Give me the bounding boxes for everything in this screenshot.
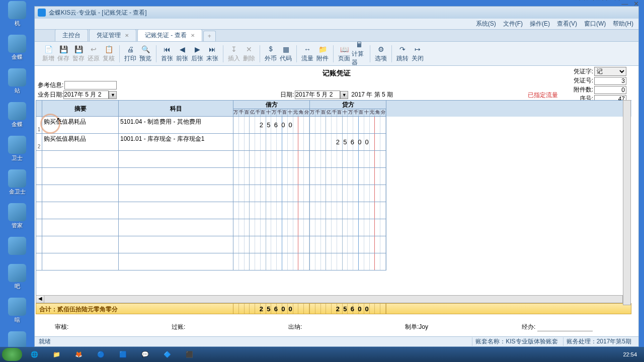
table-row[interactable] (36, 219, 631, 236)
tab[interactable]: 记账凭证 - 查看✕ (137, 29, 202, 41)
taskbar-icon[interactable]: 🟦 (113, 348, 133, 360)
cell-subject[interactable] (119, 168, 233, 185)
cell-debit[interactable] (233, 236, 310, 253)
table-row[interactable] (36, 253, 631, 270)
date-dropdown[interactable]: ▼ (340, 91, 348, 99)
cell-debit[interactable]: 25600 (233, 117, 310, 134)
cell-debit[interactable] (233, 151, 310, 168)
desktop-icon[interactable]: 机 (4, 1, 30, 27)
cell-subject[interactable]: 5101.04 - 制造费用 - 其他费用 (119, 117, 233, 134)
cell-credit[interactable] (310, 253, 386, 270)
menu-item[interactable]: 查看(V) (557, 20, 577, 28)
desktop-icon[interactable]: 金蝶 (4, 35, 30, 60)
toolbar-预览[interactable]: 🔍预览 (138, 45, 153, 63)
handler-input[interactable] (537, 322, 593, 331)
cell-credit[interactable] (310, 219, 386, 236)
menu-item[interactable]: 帮助(H) (613, 20, 633, 28)
table-row[interactable] (36, 202, 631, 219)
ref-input[interactable] (64, 81, 117, 89)
add-tab-button[interactable]: + (203, 31, 216, 41)
biz-date-input[interactable] (63, 90, 109, 99)
toolbar-代码[interactable]: ▦代码 (278, 45, 293, 63)
toolbar-前张[interactable]: ◀前张 (175, 45, 190, 63)
cell-summary[interactable] (42, 151, 119, 168)
cell-summary[interactable]: 购买低值易耗品 (42, 117, 119, 134)
table-row[interactable] (36, 185, 631, 202)
menu-item[interactable]: 操作(E) (530, 20, 550, 28)
table-row[interactable] (36, 168, 631, 185)
hscrollbar[interactable]: ◀▶ (36, 295, 631, 303)
toolbar-计算器[interactable]: 🖩计算器 (352, 40, 367, 67)
taskbar-icon[interactable]: 🌐 (24, 348, 44, 360)
toolbar-外币[interactable]: ＄外币 (263, 45, 278, 63)
cell-credit[interactable] (310, 185, 386, 202)
desktop-icon[interactable]: 卫士 (4, 136, 30, 161)
cell-debit[interactable] (233, 219, 310, 236)
toolbar-附件[interactable]: 📁附件 (315, 45, 330, 63)
cell-subject[interactable] (119, 185, 233, 202)
tab[interactable]: 凭证管理✕ (89, 29, 136, 41)
vscrollbar[interactable] (623, 100, 631, 305)
date-input[interactable] (295, 90, 340, 99)
cell-summary[interactable]: 购买低值易耗品 (42, 134, 119, 151)
cell-subject[interactable] (119, 236, 233, 253)
cell-debit[interactable] (233, 168, 310, 185)
table-row[interactable] (36, 151, 631, 168)
cell-debit[interactable] (233, 253, 310, 270)
cell-summary[interactable] (42, 236, 119, 253)
taskbar-icon[interactable]: 🔵 (91, 348, 111, 360)
table-row[interactable]: 2购买低值易耗品1001.01 - 库存现金 - 库存现金125600 (36, 134, 631, 151)
close-icon[interactable]: ✕ (125, 33, 129, 38)
toolbar-页面[interactable]: 📖页面 (337, 45, 352, 63)
toolbar-后张[interactable]: ▶后张 (190, 45, 205, 63)
taskbar-icon[interactable]: 📁 (46, 348, 66, 360)
taskbar-icon[interactable]: 🔷 (157, 348, 177, 360)
desktop-icon[interactable]: 管家 (4, 203, 30, 229)
voucher-no-input[interactable] (594, 77, 626, 85)
menu-item[interactable]: 窗口(W) (584, 20, 606, 28)
cell-subject[interactable] (119, 202, 233, 219)
taskbar[interactable]: 🌐 📁 🦊 🔵 🟦 💬 🔷 ⬛ 22:54 (0, 347, 644, 362)
toolbar-跳转[interactable]: ↷跳转 (395, 45, 410, 63)
desktop-icon[interactable]: 唁 (4, 298, 30, 323)
cell-debit[interactable] (233, 202, 310, 219)
toolbar-流量[interactable]: ↔流量 (300, 45, 315, 63)
toolbar-打印[interactable]: 🖨打印 (123, 45, 138, 63)
cell-summary[interactable] (42, 185, 119, 202)
menu-item[interactable]: 文件(F) (503, 20, 523, 28)
cell-subject[interactable] (119, 151, 233, 168)
biz-date-dropdown[interactable]: ▼ (109, 91, 117, 99)
table-row[interactable] (36, 236, 631, 253)
desktop-icon[interactable]: 金蝶 (4, 102, 30, 128)
desktop-icon[interactable]: 金卫士 (4, 169, 30, 195)
cell-summary[interactable] (42, 202, 119, 219)
cell-subject[interactable]: 1001.01 - 库存现金 - 库存现金1 (119, 134, 233, 151)
toolbar-首张[interactable]: ⏮首张 (159, 45, 175, 63)
cell-credit[interactable]: 25600 (310, 134, 386, 151)
taskbar-icon[interactable]: ⬛ (179, 348, 199, 360)
voucher-word-select[interactable]: 记 (594, 67, 626, 76)
cell-debit[interactable] (233, 134, 310, 151)
cell-credit[interactable] (310, 151, 386, 168)
menu-item[interactable]: 系统(S) (476, 20, 496, 28)
cell-credit[interactable] (310, 117, 386, 134)
desktop-icon[interactable]: 吧 (4, 264, 30, 290)
toolbar-选项[interactable]: ⚙选项 (373, 45, 388, 63)
cell-summary[interactable] (42, 253, 119, 270)
taskbar-icon[interactable]: 💬 (135, 348, 155, 360)
cell-subject[interactable] (119, 253, 233, 270)
toolbar-末张[interactable]: ⏭末张 (205, 45, 220, 63)
cell-summary[interactable] (42, 219, 119, 236)
taskbar-clock[interactable]: 22:54 (623, 351, 642, 357)
table-row[interactable]: 1购买低值易耗品5101.04 - 制造费用 - 其他费用25600 (36, 117, 631, 134)
cell-credit[interactable] (310, 168, 386, 185)
toolbar-关闭[interactable]: ↦关闭 (410, 45, 425, 63)
start-button[interactable] (2, 348, 22, 361)
cell-debit[interactable] (233, 185, 310, 202)
cell-subject[interactable] (119, 219, 233, 236)
desktop-icon[interactable]: 站 (4, 68, 30, 94)
close-icon[interactable]: ✕ (191, 33, 195, 38)
cell-credit[interactable] (310, 236, 386, 253)
cell-summary[interactable] (42, 168, 119, 185)
cell-credit[interactable] (310, 202, 386, 219)
